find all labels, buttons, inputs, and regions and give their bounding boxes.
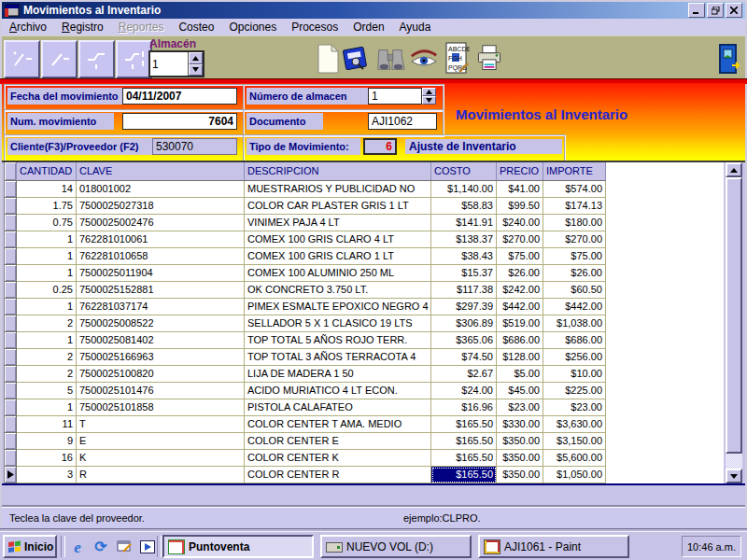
cell[interactable]: SELLADOR 5 X 1 CLASICO 19 LTS (245, 315, 431, 332)
cell[interactable]: 1 (17, 248, 77, 265)
exit-door-icon[interactable] (714, 42, 744, 76)
cell[interactable]: 2 (17, 315, 77, 332)
cell[interactable]: 0.75 (17, 215, 77, 231)
table-row[interactable]: 11TCOLOR CENTER T AMA. MEDIO$165.50$330.… (5, 416, 606, 433)
cell[interactable]: $23.00 (543, 399, 606, 416)
table-row[interactable]: 1762281010658COMEX 100 GRIS CLARO 1 LT$3… (5, 248, 606, 265)
cell[interactable]: COLOR CENTER E (245, 433, 431, 450)
numero-almacen-spin-up[interactable] (422, 88, 436, 96)
cell[interactable]: $3,150.00 (543, 433, 606, 450)
cell[interactable]: 7500025011904 (77, 265, 245, 282)
cell[interactable]: $26.00 (497, 265, 543, 282)
cell[interactable]: 1 (17, 265, 77, 282)
cell[interactable]: 018001002 (77, 181, 245, 198)
cell[interactable]: $174.13 (543, 198, 606, 215)
cell[interactable]: 1 (17, 332, 77, 349)
print-icon[interactable] (474, 42, 504, 76)
cell[interactable]: $45.00 (497, 383, 543, 399)
cell[interactable]: K (77, 450, 245, 467)
column-header-cantidad[interactable]: CANTIDAD (17, 162, 77, 181)
menu-costeo[interactable]: Costeo (171, 20, 221, 35)
cell[interactable]: $350.00 (497, 467, 543, 483)
row-selector[interactable] (5, 366, 17, 383)
cell[interactable]: 14 (17, 181, 77, 198)
cell[interactable]: 11 (17, 416, 77, 433)
cell[interactable]: $165.50 (431, 450, 497, 467)
cell[interactable]: E (77, 433, 245, 450)
table-row[interactable]: 9ECOLOR CENTER E$165.50$350.00$3,150.00 (5, 433, 606, 450)
cell[interactable]: 762281010061 (77, 231, 245, 248)
cell[interactable]: 16 (17, 450, 77, 467)
row-selector[interactable] (5, 181, 17, 198)
cell[interactable]: $686.00 (497, 332, 543, 349)
cell[interactable]: COLOR CENTER T AMA. MEDIO (245, 416, 431, 433)
row-selector[interactable] (5, 383, 17, 399)
menu-orden[interactable]: Orden (345, 20, 391, 35)
table-row[interactable]: 17500025101858PISTOLA CALAFATEO$16.96$23… (5, 399, 606, 416)
cell[interactable]: $270.00 (543, 231, 606, 248)
scroll-up-button[interactable] (726, 162, 742, 177)
nav-next-button[interactable] (78, 40, 115, 78)
cell[interactable]: $75.00 (543, 248, 606, 265)
cell[interactable]: 7500025008522 (77, 315, 245, 332)
table-row[interactable]: 14018001002MUESTRARIOS Y PUBLICIDAD NO$1… (5, 181, 606, 198)
cell[interactable]: $519.00 (497, 315, 543, 332)
cell[interactable]: COMEX 100 GRIS CLARO 4 LT (245, 231, 431, 248)
cell[interactable]: $256.00 (543, 349, 606, 366)
cell[interactable]: $26.00 (543, 265, 606, 282)
cell[interactable]: $128.00 (497, 349, 543, 366)
nav-previous-button[interactable] (41, 40, 78, 78)
cell[interactable]: $3,630.00 (543, 416, 606, 433)
cell[interactable]: 7500025100820 (77, 366, 245, 383)
cell[interactable]: PIMEX ESMALTE EPOXICO NEGRO 4 (245, 299, 431, 315)
cell[interactable]: COLOR CENTER K (245, 450, 431, 467)
cell[interactable]: 7500025101858 (77, 399, 245, 416)
cell[interactable]: $75.00 (497, 248, 543, 265)
tipo-value[interactable]: 6 (363, 138, 397, 155)
menu-ayuda[interactable]: Ayuda (392, 20, 439, 35)
row-selector[interactable] (5, 248, 17, 265)
restore-button[interactable] (707, 3, 724, 18)
cell[interactable]: $306.89 (431, 315, 497, 332)
taskbar-task-puntoventa[interactable]: Puntoventa (162, 535, 314, 558)
row-selector[interactable] (5, 349, 17, 366)
cell[interactable]: $350.00 (497, 433, 543, 450)
cell[interactable]: $58.83 (431, 198, 497, 215)
column-header-descripcion[interactable]: DESCRIPCION (245, 162, 431, 181)
row-selector[interactable] (5, 399, 17, 416)
preview-eye-icon[interactable] (409, 42, 439, 76)
cell[interactable]: $23.00 (497, 399, 543, 416)
column-header-precio[interactable]: PRECIO (497, 162, 543, 181)
cell[interactable]: $165.50 (431, 433, 497, 450)
desktop-icon[interactable] (114, 537, 134, 557)
almacen-spinner[interactable] (148, 50, 204, 77)
table-row[interactable]: 17500025011904COMEX 100 ALUMINIO 250 ML$… (5, 265, 606, 282)
cell[interactable]: OK CONCRETO 3.750 LT. (245, 282, 431, 299)
row-selector[interactable] (5, 416, 17, 433)
almacen-spin-down[interactable] (189, 64, 203, 77)
row-selector[interactable] (5, 332, 17, 349)
cell[interactable]: 7500025152881 (77, 282, 245, 299)
cell[interactable]: VINIMEX PAJA 4 LT (245, 215, 431, 231)
row-selector[interactable] (5, 231, 17, 248)
cell[interactable]: PISTOLA CALAFATEO (245, 399, 431, 416)
new-document-icon[interactable] (313, 42, 343, 76)
cell[interactable]: $165.50 (431, 416, 497, 433)
refresh-icon[interactable]: ⟳ (91, 537, 111, 557)
cell[interactable]: $442.00 (497, 299, 543, 315)
cell[interactable]: $16.96 (431, 399, 497, 416)
cell[interactable]: $270.00 (497, 231, 543, 248)
row-selector[interactable] (5, 265, 17, 282)
cell[interactable]: $350.00 (497, 450, 543, 467)
row-selector[interactable] (5, 198, 17, 215)
cell[interactable]: $1,038.00 (543, 315, 606, 332)
table-row[interactable]: 0.757500025002476VINIMEX PAJA 4 LT$141.9… (5, 215, 606, 231)
menu-registro[interactable]: Registro (54, 20, 111, 35)
cell[interactable]: $117.38 (431, 282, 497, 299)
vertical-scrollbar[interactable] (726, 162, 742, 483)
table-row[interactable]: 27500025166963TOP TOTAL 3 AÑOS TERRACOTA… (5, 349, 606, 366)
cell[interactable]: 2 (17, 349, 77, 366)
scrollbar-thumb[interactable] (726, 177, 742, 454)
cell[interactable]: 5 (17, 383, 77, 399)
cell[interactable]: $1,140.00 (431, 181, 497, 198)
